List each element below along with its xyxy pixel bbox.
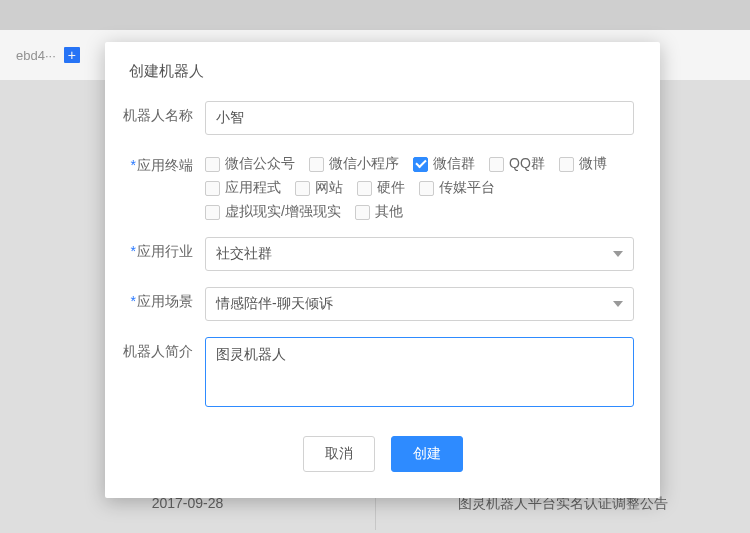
label-intro: 机器人简介	[105, 337, 205, 361]
cancel-button[interactable]: 取消	[303, 436, 375, 472]
chevron-down-icon	[613, 301, 623, 307]
checkbox-icon	[419, 181, 434, 196]
create-robot-modal: 创建机器人 机器人名称 *应用终端 微信公众号微信小程序微信群QQ群微博应用程式…	[105, 42, 660, 498]
checkbox-icon	[489, 157, 504, 172]
terminal-checkbox[interactable]: 微信公众号	[205, 155, 295, 173]
scene-select-value: 情感陪伴-聊天倾诉	[216, 295, 333, 313]
industry-select[interactable]: 社交社群	[205, 237, 634, 271]
terminal-label: 微信公众号	[225, 155, 295, 173]
terminal-label: 微信群	[433, 155, 475, 173]
checkbox-icon	[205, 181, 220, 196]
terminal-label: 微信小程序	[329, 155, 399, 173]
row-terminal: *应用终端 微信公众号微信小程序微信群QQ群微博应用程式网站硬件传媒平台虚拟现实…	[105, 143, 660, 229]
label-scene: *应用场景	[105, 287, 205, 311]
modal-actions: 取消 创建	[105, 418, 660, 472]
label-terminal-text: 应用终端	[137, 157, 193, 173]
label-terminal: *应用终端	[105, 151, 205, 175]
terminal-label: 网站	[315, 179, 343, 197]
terminal-checkbox[interactable]: 传媒平台	[419, 179, 495, 197]
checkbox-icon	[355, 205, 370, 220]
terminal-label: 其他	[375, 203, 403, 221]
checkbox-icon	[413, 157, 428, 172]
terminal-label: 硬件	[377, 179, 405, 197]
label-industry-text: 应用行业	[137, 243, 193, 259]
terminal-label: 虚拟现实/增强现实	[225, 203, 341, 221]
terminal-checkbox[interactable]: 其他	[355, 203, 403, 221]
terminal-checkbox-grid: 微信公众号微信小程序微信群QQ群微博应用程式网站硬件传媒平台虚拟现实/增强现实其…	[205, 151, 634, 221]
terminal-label: 传媒平台	[439, 179, 495, 197]
terminal-checkbox[interactable]: 网站	[295, 179, 343, 197]
label-robot-name: 机器人名称	[105, 101, 205, 125]
row-robot-name: 机器人名称	[105, 93, 660, 143]
label-scene-text: 应用场景	[137, 293, 193, 309]
terminal-checkbox[interactable]: 微信小程序	[309, 155, 399, 173]
checkbox-icon	[309, 157, 324, 172]
label-industry: *应用行业	[105, 237, 205, 261]
scene-select[interactable]: 情感陪伴-聊天倾诉	[205, 287, 634, 321]
terminal-label: 微博	[579, 155, 607, 173]
terminal-checkbox[interactable]: 硬件	[357, 179, 405, 197]
row-industry: *应用行业 社交社群	[105, 229, 660, 279]
checkbox-icon	[559, 157, 574, 172]
intro-textarea[interactable]	[205, 337, 634, 407]
checkbox-icon	[205, 157, 220, 172]
create-button[interactable]: 创建	[391, 436, 463, 472]
row-intro: 机器人简介	[105, 329, 660, 418]
terminal-checkbox[interactable]: 虚拟现实/增强现实	[205, 203, 341, 221]
robot-name-input[interactable]	[205, 101, 634, 135]
chevron-down-icon	[613, 251, 623, 257]
terminal-label: 应用程式	[225, 179, 281, 197]
checkbox-icon	[205, 205, 220, 220]
terminal-label: QQ群	[509, 155, 545, 173]
checkbox-icon	[357, 181, 372, 196]
industry-select-value: 社交社群	[216, 245, 272, 263]
terminal-checkbox[interactable]: QQ群	[489, 155, 545, 173]
modal-title: 创建机器人	[105, 42, 660, 93]
terminal-checkbox[interactable]: 微信群	[413, 155, 475, 173]
row-scene: *应用场景 情感陪伴-聊天倾诉	[105, 279, 660, 329]
checkbox-icon	[295, 181, 310, 196]
terminal-checkbox[interactable]: 微博	[559, 155, 607, 173]
terminal-checkbox[interactable]: 应用程式	[205, 179, 281, 197]
